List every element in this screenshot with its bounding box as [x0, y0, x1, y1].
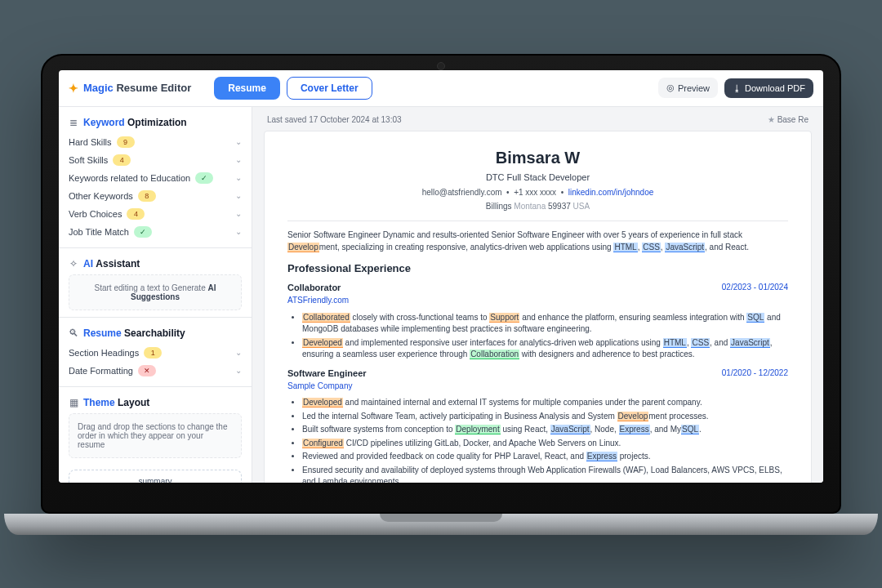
job-1-bullets: Collaborated closely with cross-function… [287, 312, 788, 361]
sparkle-icon: ✦ [69, 82, 78, 95]
last-saved: Last saved 17 October 2024 at 13:03 [267, 115, 402, 124]
screen-bezel: ✦ Magic Resume Editor Resume Cover Lette… [41, 54, 841, 514]
sidebar: ≣ Keyword Optimization Hard Skills9⌄Soft… [59, 107, 252, 483]
app-toolbar: ✦ Magic Resume Editor Resume Cover Lette… [59, 70, 823, 107]
chevron-down-icon: ⌄ [235, 366, 242, 375]
keyword-badge: 9 [117, 136, 135, 148]
resume-name: Bimsara W [287, 146, 788, 170]
searchability-label: Date Formatting [69, 366, 133, 376]
location-line: Billings Montana 59937 USA [287, 201, 788, 213]
sliders-icon: ≣ [69, 117, 78, 128]
keyword-label: Hard Skills [69, 137, 112, 147]
searchability-row-1[interactable]: Date Formatting✕⌄ [69, 362, 242, 380]
keyword-row-4[interactable]: Verb Choices4⌄ [69, 205, 242, 223]
chevron-down-icon: ⌄ [235, 348, 242, 357]
keyword-row-5[interactable]: Job Title Match✓⌄ [69, 223, 242, 241]
keyword-row-2[interactable]: Keywords related to Education✓⌄ [69, 169, 242, 187]
keyword-label: Soft Skills [69, 155, 108, 165]
divider [287, 220, 788, 221]
brand-accent: Magic [83, 82, 114, 94]
tab-resume[interactable]: Resume [214, 77, 280, 100]
job-2-head: Software Engineer 01/2020 - 12/2022 [287, 368, 788, 381]
theme-hint: Drag and drop the sections to change the… [69, 413, 242, 458]
keyword-badge: 4 [113, 154, 131, 166]
keyword-row-1[interactable]: Soft Skills4⌄ [69, 151, 242, 169]
camera-dot [437, 62, 445, 70]
chevron-down-icon: ⌄ [235, 209, 242, 218]
job-1-company[interactable]: ATSFriendly.com [287, 295, 349, 307]
doc-tabs: Resume Cover Letter [214, 77, 372, 100]
brand-text: Resume Editor [116, 82, 191, 94]
searchability-badge: 1 [144, 347, 162, 359]
tab-cover-letter[interactable]: Cover Letter [287, 77, 372, 100]
download-pdf-button[interactable]: ⭳ Download PDF [724, 78, 813, 98]
download-icon: ⭳ [733, 83, 742, 93]
section-experience-heading: Professional Experience [287, 261, 788, 277]
laptop-notch [380, 514, 502, 522]
eye-icon: ◎ [666, 82, 675, 93]
chevron-down-icon: ⌄ [235, 155, 242, 164]
chevron-down-icon: ⌄ [235, 137, 242, 146]
app-window: ✦ Magic Resume Editor Resume Cover Lette… [59, 70, 823, 483]
panel-keyword-optimization: ≣ Keyword Optimization Hard Skills9⌄Soft… [59, 107, 252, 248]
searchability-label: Section Headings [69, 348, 139, 358]
laptop-mockup: ✦ Magic Resume Editor Resume Cover Lette… [41, 54, 841, 535]
job-1-head: Collaborator 02/2023 - 01/2024 [287, 282, 788, 295]
keyword-badge: ✓ [134, 226, 152, 238]
laptop-base [4, 514, 878, 535]
summary-text: Senior Software Engineer Dynamic and res… [287, 229, 788, 253]
keyword-label: Verb Choices [69, 209, 122, 219]
panel-resume-searchability: 🔍︎ Resume Searchability Section Headings… [59, 318, 252, 387]
app-body: ≣ Keyword Optimization Hard Skills9⌄Soft… [59, 107, 823, 483]
chevron-down-icon: ⌄ [235, 191, 242, 200]
app-brand: ✦ Magic Resume Editor [69, 82, 191, 95]
star-icon: ★ [768, 115, 775, 124]
keyword-row-0[interactable]: Hard Skills9⌄ [69, 133, 242, 151]
searchability-badge: ✕ [138, 365, 156, 376]
job-2-company[interactable]: Sample Company [287, 381, 352, 393]
layout-icon: ▦ [69, 397, 78, 408]
ai-placeholder: Start editing a text to Generate AI Sugg… [69, 274, 242, 310]
linkedin-link[interactable]: linkedin.com/in/johndoe [568, 188, 654, 197]
editor-area: Last saved 17 October 2024 at 13:03 ★ Ba… [252, 107, 823, 483]
keyword-label: Keywords related to Education [69, 173, 190, 183]
drag-section-list: summary experience [59, 470, 252, 483]
contact-line: hello@atsfriendly.com • +1 xxx xxxx • li… [287, 187, 788, 199]
panel-theme-layout: ▦ Theme Layout Drag and drop the section… [59, 387, 252, 465]
resume-role: DTC Full Stack Developer [287, 172, 788, 185]
chevron-down-icon: ⌄ [235, 227, 242, 236]
searchability-row-0[interactable]: Section Headings1⌄ [69, 344, 242, 362]
keyword-label: Job Title Match [69, 227, 129, 237]
sparkles-icon: ✧ [69, 258, 78, 270]
keyword-label: Other Keywords [69, 191, 133, 201]
resume-paper[interactable]: Bimsara W DTC Full Stack Developer hello… [264, 131, 812, 483]
base-tag: ★ Base Re [768, 115, 808, 124]
keyword-badge: 8 [138, 190, 156, 202]
drag-slot-summary[interactable]: summary [69, 470, 242, 483]
panel-ai-assistant: ✧ AI Assistant Start editing a text to G… [59, 248, 252, 318]
keyword-badge: 4 [127, 208, 145, 220]
doc-meta: Last saved 17 October 2024 at 13:03 ★ Ba… [267, 115, 808, 124]
job-2-bullets: Developed and maintained internal and ex… [287, 397, 788, 482]
chevron-down-icon: ⌄ [235, 173, 242, 182]
search-icon: 🔍︎ [69, 327, 78, 339]
keyword-badge: ✓ [195, 172, 213, 184]
preview-button[interactable]: ◎ Preview [658, 78, 718, 98]
keyword-row-3[interactable]: Other Keywords8⌄ [69, 187, 242, 205]
